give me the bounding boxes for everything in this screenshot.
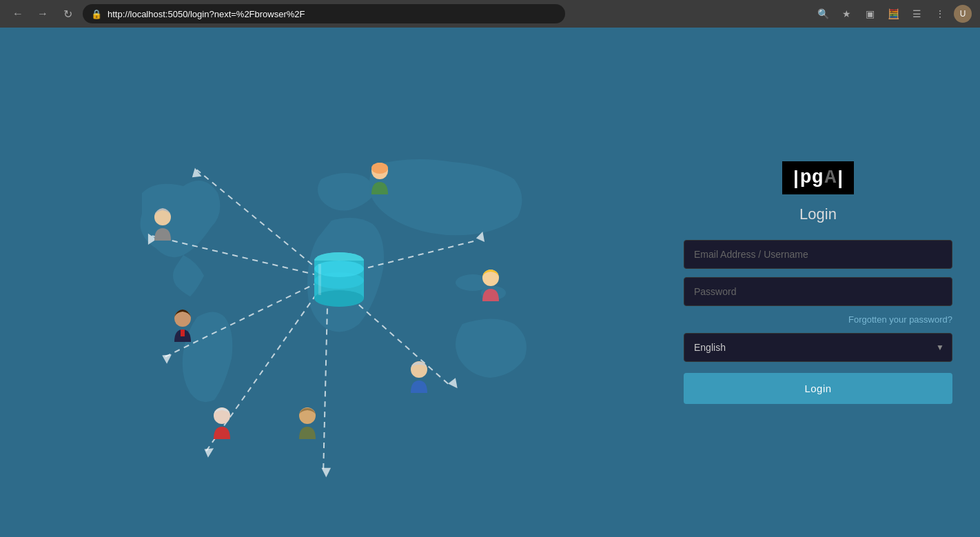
language-select[interactable]: English	[684, 333, 952, 362]
reload-button[interactable]: ↻	[58, 4, 77, 23]
logo-admin-text: A	[824, 167, 836, 188]
svg-rect-28	[181, 330, 185, 336]
svg-marker-12	[204, 448, 214, 458]
logo-pg-text: pg	[800, 167, 824, 188]
forgot-password-link[interactable]: Forgotten your password?	[684, 314, 952, 325]
logo-container: | pg A |	[782, 161, 854, 194]
left-panel	[0, 28, 656, 537]
user-avatar[interactable]: U	[954, 5, 972, 23]
extensions-button[interactable]: 🧮	[884, 4, 903, 23]
display-button[interactable]: ▣	[860, 4, 879, 23]
back-button[interactable]: ←	[8, 4, 28, 23]
browser-toolbar: 🔍 ★ ▣ 🧮 ☰ ⋮ U	[813, 4, 972, 23]
person-1	[361, 160, 399, 198]
email-input[interactable]	[684, 240, 952, 269]
person-4	[164, 307, 202, 345]
right-panel: | pg A | Login Forgotten your password? …	[656, 28, 980, 537]
person-3	[472, 267, 510, 305]
database-icon	[312, 250, 367, 315]
menu-button[interactable]: ⋮	[930, 4, 950, 23]
password-input[interactable]	[684, 277, 952, 306]
url-text: http://localhost:5050/login?next=%2Fbrow…	[108, 9, 305, 19]
password-field-group	[684, 277, 952, 306]
logo-bracket-left: |	[793, 167, 799, 189]
lock-icon: 🔒	[91, 9, 102, 19]
svg-marker-15	[476, 232, 484, 242]
sidebar-toggle[interactable]: ☰	[907, 4, 926, 23]
address-bar[interactable]: 🔒 http://localhost:5050/login?next=%2Fbr…	[83, 4, 565, 23]
svg-point-21	[314, 261, 364, 277]
bookmark-button[interactable]: ★	[837, 4, 856, 23]
browser-chrome: ← → ↻ 🔒 http://localhost:5050/login?next…	[0, 0, 980, 28]
email-field-group	[684, 240, 952, 269]
svg-marker-14	[448, 378, 458, 388]
person-5	[400, 358, 438, 396]
svg-point-19	[314, 290, 364, 307]
logo-bracket-right: |	[837, 167, 843, 189]
main-content: | pg A | Login Forgotten your password? …	[0, 28, 980, 537]
zoom-button[interactable]: 🔍	[813, 4, 833, 23]
svg-line-2	[197, 170, 328, 277]
language-selector-wrapper: English ▼	[684, 333, 952, 362]
login-title: Login	[799, 205, 837, 223]
person-2	[144, 206, 182, 244]
world-map	[0, 28, 656, 537]
svg-marker-13	[321, 468, 331, 478]
person-7	[289, 405, 327, 443]
forward-button[interactable]: →	[33, 4, 52, 23]
svg-marker-11	[162, 354, 172, 364]
login-button[interactable]: Login	[684, 373, 952, 404]
pgadmin-logo: | pg A |	[782, 161, 854, 194]
person-6	[203, 405, 241, 443]
